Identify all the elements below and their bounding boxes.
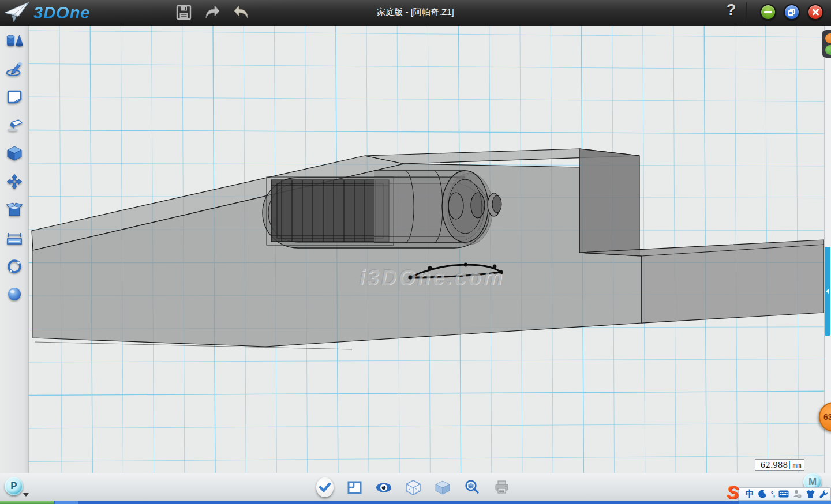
zoom-region-icon[interactable] <box>463 477 481 497</box>
mode-badge-letter: M <box>808 476 817 488</box>
confirm-check-icon[interactable] <box>316 477 334 497</box>
profile-badge[interactable]: P <box>5 477 23 495</box>
os-taskbar <box>0 501 831 504</box>
left-toolbar <box>0 26 29 473</box>
ime-logo-s[interactable]: S <box>723 484 743 503</box>
collapse-left-arrow-icon <box>826 289 829 294</box>
model-3d <box>29 26 824 473</box>
print-icon[interactable] <box>493 477 510 497</box>
settings-wrench-icon[interactable] <box>819 488 828 500</box>
green-dot-icon <box>825 45 831 55</box>
close-button[interactable] <box>807 4 823 20</box>
titlebar: 3DOne <box>0 0 831 26</box>
dimension-unit: mm <box>790 461 804 469</box>
solid-primitives-icon[interactable] <box>0 26 29 54</box>
visibility-eye-icon[interactable] <box>375 477 392 497</box>
help-button[interactable]: ? <box>723 1 740 23</box>
dimension-input[interactable]: 62.988 mm <box>755 459 804 471</box>
document-title: 家庭版 - [阿帕奇.Z1] <box>0 0 831 24</box>
collapsed-panel-widget[interactable] <box>822 30 831 58</box>
sketch-surface-icon[interactable] <box>0 82 29 111</box>
sketch-draw-icon[interactable] <box>0 54 29 82</box>
moon-mode-icon[interactable] <box>758 488 767 500</box>
move-icon[interactable] <box>0 167 29 195</box>
engine-cylinder[interactable] <box>374 171 501 245</box>
orange-dot-icon <box>825 33 831 43</box>
badge-count: 63 <box>823 412 831 422</box>
taskbar-start-segment[interactable] <box>0 501 54 504</box>
eraser-edit-icon[interactable] <box>0 111 29 139</box>
skin-tshirt-icon[interactable] <box>806 488 815 500</box>
soft-keyboard-icon[interactable] <box>778 488 789 500</box>
dimension-value[interactable]: 62.988 <box>755 460 789 469</box>
ime-language-mode[interactable]: 中 <box>746 488 754 500</box>
wireframe-cube-icon[interactable] <box>405 477 422 497</box>
viewport-canvas[interactable]: i3DOne.com <box>29 26 824 473</box>
restore-button[interactable] <box>784 4 800 20</box>
user-icon[interactable] <box>793 488 802 500</box>
ime-toolbar: 中 °, <box>738 487 831 501</box>
right-scrollbar-thumb[interactable] <box>825 247 830 336</box>
ring-icon[interactable] <box>0 252 29 280</box>
profile-dropdown-arrow[interactable] <box>23 493 29 497</box>
bottom-toolbar <box>0 473 831 501</box>
dimension-icon[interactable] <box>0 224 29 252</box>
assembly-box-icon[interactable] <box>0 195 29 224</box>
taskbar-app-segment[interactable] <box>55 501 78 504</box>
taskbar-tray-segment <box>739 501 831 504</box>
minimize-button[interactable] <box>760 4 776 20</box>
view-corner-icon[interactable] <box>346 477 363 497</box>
solid-cube-icon[interactable] <box>434 477 451 497</box>
sphere-material-icon[interactable] <box>0 280 29 309</box>
punctuation-icon[interactable]: °, <box>771 488 774 500</box>
profile-badge-letter: P <box>10 480 17 492</box>
app-window: 3DOne <box>0 0 831 504</box>
titlebar-divider <box>746 2 747 23</box>
feature-cube-icon[interactable] <box>0 139 29 167</box>
